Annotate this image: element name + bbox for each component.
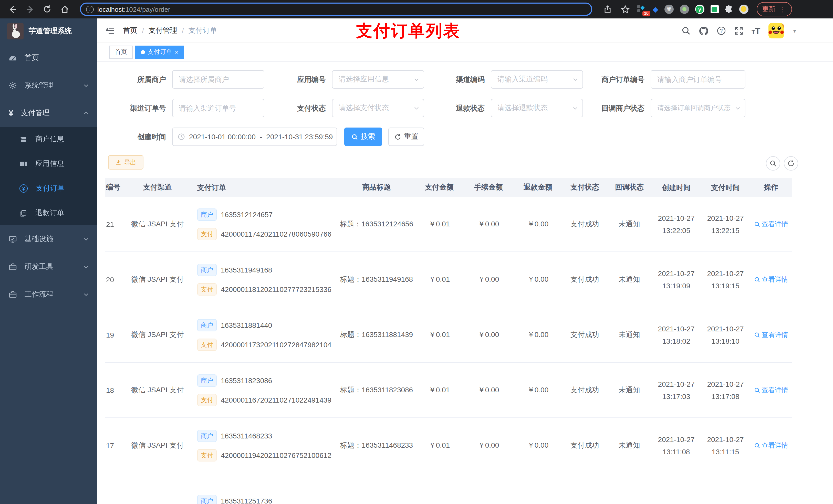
avatar-caret-icon[interactable]: ▼: [792, 28, 797, 33]
export-button[interactable]: 导出: [108, 155, 143, 170]
field-label: 应用编号: [246, 70, 326, 89]
sidebar: 芋道管理系统 首页 系统管理 ¥ 支付管理: [0, 19, 97, 504]
product-title: 标题：1635311468233: [338, 441, 415, 450]
date-range-picker[interactable]: 2021-10-01 00:00:00 - 2021-10-31 23:59:5…: [172, 127, 337, 146]
browser-update-button[interactable]: 更新 ⋮: [757, 2, 792, 16]
order-id: 18: [105, 386, 125, 394]
product-title: 标题：1635312124656: [338, 219, 415, 229]
product-title: 标题：1635311881439: [338, 330, 415, 339]
chevron-up-icon: [83, 110, 89, 116]
browser-menu-icon[interactable]: ⋮: [780, 5, 786, 13]
address-bar[interactable]: i localhost:1024/pay/order: [80, 3, 592, 16]
sidebar-item-merchant-info[interactable]: 商户信息: [0, 127, 97, 152]
sidebar-collapse-icon[interactable]: [105, 26, 115, 34]
order-id: 19: [105, 331, 125, 339]
sidebar-item-payment[interactable]: ¥ 支付管理: [0, 99, 97, 127]
forward-icon[interactable]: [23, 2, 37, 16]
merchant-order-no: 1635311468233: [221, 432, 272, 440]
github-icon[interactable]: [699, 26, 709, 35]
pay-order-cell: 商户1635311823086 支付4200001167202110271022…: [190, 374, 338, 406]
col-paid: 支付时间: [701, 181, 750, 194]
breadcrumb-home[interactable]: 首页: [123, 26, 137, 35]
fullscreen-icon[interactable]: [734, 26, 743, 35]
sidebar-item-refund-order[interactable]: 退款订单: [0, 201, 97, 225]
tags-view: 首页 支付订单 ×: [97, 43, 833, 62]
merchant-tag: 商户: [197, 495, 217, 504]
extension-dot-icon[interactable]: [680, 5, 689, 14]
fee-amount: ￥0.00: [463, 219, 513, 229]
help-icon[interactable]: ?: [717, 26, 726, 35]
link-label: 查看详情: [762, 441, 788, 450]
app-logo-row[interactable]: 芋道管理系统: [0, 19, 97, 44]
pay-channel: 微信 JSAPI 支付: [125, 385, 190, 394]
back-icon[interactable]: [5, 2, 20, 16]
callback-status-select[interactable]: 请选择订单回调商户状态: [651, 99, 745, 117]
filter-merchant: 所属商户: [97, 70, 264, 89]
chevron-down-icon: [735, 105, 741, 111]
field-label: 渠道编码: [405, 70, 485, 89]
view-detail-link[interactable]: 查看详情: [754, 275, 788, 284]
font-size-icon[interactable]: TT: [752, 26, 760, 35]
bookmark-star-icon[interactable]: [618, 2, 632, 16]
filter-app: 应用编号 请选择应用信息: [246, 70, 424, 89]
select-placeholder: 请输入渠道编码: [497, 75, 548, 84]
extensions-puzzle-icon[interactable]: [725, 5, 733, 13]
view-detail-link[interactable]: 查看详情: [754, 385, 788, 394]
payment-submenu: 商户信息 应用信息 ¥ 支付订单 退款订单: [0, 127, 97, 225]
view-detail-link[interactable]: 查看详情: [754, 219, 788, 229]
chevron-down-icon: [83, 236, 89, 242]
view-detail-link[interactable]: 查看详情: [754, 330, 788, 339]
table-row-partial: 商户1635311251736: [105, 473, 792, 504]
extension-chat-icon[interactable]: [711, 5, 719, 13]
created-time: 2021-10-2713:18:02: [652, 322, 701, 347]
search-button[interactable]: 搜索: [344, 127, 382, 146]
sidebar-item-home[interactable]: 首页: [0, 44, 97, 72]
refresh-icon: [394, 134, 401, 140]
search-icon[interactable]: [681, 26, 691, 35]
reload-icon[interactable]: [40, 2, 54, 16]
actions-cell: 查看详情: [750, 330, 792, 339]
extension-kite-icon[interactable]: ◆: [653, 5, 658, 13]
tab-pay-order[interactable]: 支付订单 ×: [135, 45, 184, 58]
site-info-icon[interactable]: i: [86, 5, 94, 13]
product-title: 标题：1635311823086: [338, 385, 415, 394]
sidebar-item-app-info[interactable]: 应用信息: [0, 152, 97, 176]
reset-button[interactable]: 重置: [388, 127, 424, 146]
col-status: 支付状态: [563, 183, 607, 192]
actions-cell: 查看详情: [750, 385, 792, 394]
sidebar-item-workflow[interactable]: 工作流程: [0, 281, 97, 308]
close-icon[interactable]: ×: [175, 49, 178, 55]
extension-command-icon[interactable]: ⌘: [664, 5, 674, 14]
breadcrumb-separator: /: [182, 26, 184, 34]
date-separator: -: [260, 133, 262, 141]
paid-time: 2021-10-2713:11:15: [701, 433, 750, 458]
sidebar-item-label: 应用信息: [35, 159, 64, 169]
tab-home[interactable]: 首页: [109, 45, 133, 58]
sidebar-item-system[interactable]: 系统管理: [0, 72, 97, 99]
share-icon[interactable]: [600, 2, 615, 16]
pay-channel: 微信 JSAPI 支付: [125, 219, 190, 229]
home-icon[interactable]: [57, 2, 72, 16]
channel-pay-no: 4200001167202110271022491439: [221, 396, 331, 404]
notify-status: 未通知: [607, 441, 652, 450]
user-avatar[interactable]: [768, 23, 784, 39]
breadcrumb-section[interactable]: 支付管理: [148, 26, 177, 35]
sidebar-item-pay-order[interactable]: ¥ 支付订单: [0, 176, 97, 201]
dashboard-icon: [9, 54, 17, 62]
pay-tag: 支付: [197, 449, 217, 461]
sidebar-item-infra[interactable]: 基础设施: [0, 225, 97, 253]
sidebar-item-devtools[interactable]: 研发工具: [0, 253, 97, 281]
view-detail-link[interactable]: 查看详情: [754, 441, 788, 450]
extension-emoji-icon[interactable]: [739, 5, 748, 14]
order-id: 21: [105, 220, 125, 228]
pay-tag: 支付: [197, 283, 217, 295]
url-text: localhost:1024/pay/order: [97, 5, 170, 13]
storefront-icon: [20, 136, 27, 143]
merchant-order-input[interactable]: [651, 70, 745, 89]
select-placeholder: 请选择退款状态: [497, 103, 548, 113]
toggle-search-button[interactable]: [766, 156, 780, 171]
refresh-table-button[interactable]: [784, 156, 798, 171]
link-label: 查看详情: [762, 385, 788, 394]
extension-diamond-icon[interactable]: ◆ 10: [637, 5, 646, 14]
extension-y-icon[interactable]: y: [695, 5, 705, 14]
